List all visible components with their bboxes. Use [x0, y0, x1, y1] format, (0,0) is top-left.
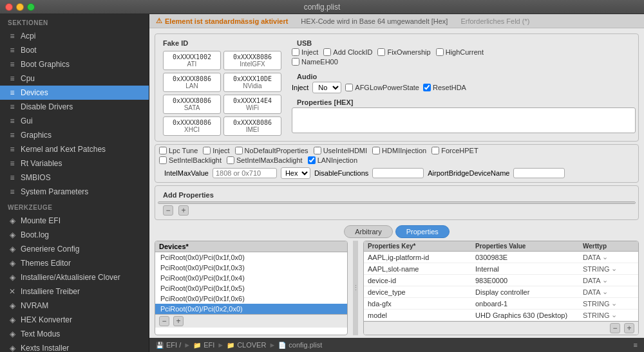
sidebar-item-boot-log[interactable]: ◈ Boot.log — [0, 228, 149, 242]
device-item[interactable]: PciRoot(0x0)/Pci(0x1f,0x6) — [155, 293, 347, 304]
sidebar-item-smbios[interactable]: ≡ SMBIOS — [0, 171, 149, 185]
add-row-button[interactable]: + — [178, 205, 189, 216]
usb-nameeh00-checkbox[interactable]: NameEH00 — [292, 58, 338, 66]
fake-id-intelgfx[interactable]: 0xXXXX8086 IntelGFX — [223, 51, 281, 70]
sidebar-item-label: Rt Variables — [21, 159, 62, 168]
hex-note: HEX-Code wird in Base 64 umgewandelt [He… — [301, 17, 448, 25]
sidebar-item-text-modus[interactable]: ◈ Text Modus — [0, 327, 149, 341]
props-row[interactable]: hda-gfx onboard-1 STRING ⌄ — [364, 298, 638, 310]
props-row[interactable]: AAPL,slot-name Internal STRING ⌄ — [364, 263, 638, 275]
sidebar-item-acpi[interactable]: ≡ Acpi — [0, 29, 149, 43]
tab-row: Arbitrary Properties — [155, 225, 639, 238]
useintelhdmi-checkbox[interactable]: UseIntelHDMI — [314, 147, 367, 154]
fake-id-imei[interactable]: 0xXXXX8086 IMEI — [223, 116, 281, 136]
hdmiinjection-checkbox[interactable]: HDMIInjection — [372, 147, 426, 154]
disablefunctions-input[interactable] — [372, 168, 424, 178]
gui-icon: ≡ — [8, 116, 17, 125]
devices-header: Devices* — [155, 241, 347, 252]
inject-select[interactable]: No 1 2 3 — [312, 82, 341, 93]
fake-id-ati[interactable]: 0xXXXX1002 ATI — [163, 51, 221, 70]
sidebar-item-devices[interactable]: ≡ Devices — [0, 86, 149, 100]
sidebar-item-boot-graphics[interactable]: ≡ Boot Graphics — [0, 57, 149, 71]
intel-row: IntelMaxValue Hex Dec DisableFunctions A… — [159, 166, 634, 180]
folder-icon1: 📁 — [193, 342, 201, 349]
audio-title: Audio — [292, 70, 636, 82]
sidebar-item-mounte-efi[interactable]: ◈ Mounte EFI — [0, 214, 149, 228]
setintelbacklight-checkbox[interactable]: SetIntelBacklight — [159, 156, 222, 164]
kexts-installer-icon: ◈ — [8, 344, 17, 352]
sidebar-item-installiere-clover[interactable]: ◈ Installiere/Aktualisiere Clover — [0, 270, 149, 284]
properties-hex-box[interactable] — [292, 107, 636, 133]
intelmax-input[interactable] — [213, 168, 277, 178]
nodefaultprops-checkbox[interactable]: NoDefaultProperties — [235, 147, 308, 154]
fake-id-section: Fake ID 0xXXXX1002 ATI 0xXXXX8086 IntelG… — [158, 37, 287, 138]
props-row[interactable]: device-id 983E0000 DATA ⌄ — [364, 275, 638, 286]
sidebar-item-installiere-treiber[interactable]: ✕ Installiere Treiber — [0, 284, 149, 299]
props-row[interactable]: AAPL,ig-platform-id 0300983E DATA ⌄ — [364, 252, 638, 263]
lpc-tune-checkbox[interactable]: Lpc Tune — [159, 147, 198, 154]
remove-row-button[interactable]: − — [163, 205, 173, 216]
sidebar-item-graphics[interactable]: ≡ Graphics — [0, 128, 149, 142]
divider-handle[interactable]: ⋮ — [353, 241, 358, 335]
maximize-button[interactable] — [27, 3, 35, 11]
device-item[interactable]: PciRoot(0x0)/Pci(0x1f,0x4) — [155, 273, 347, 283]
sidebar-item-themes-editor[interactable]: ◈ Themes Editor — [0, 256, 149, 270]
device-item[interactable]: PciRoot(0x0)/Pci(0x1f,0x0) — [155, 252, 347, 263]
sidebar-item-label: Mounte EFI — [21, 216, 61, 225]
sidebar-item-disable-drivers[interactable]: ≡ Disable Drivers — [0, 100, 149, 114]
usb-inject-checkbox[interactable]: Inject — [292, 48, 318, 56]
fake-id-nvidia[interactable]: 0xXXXX10DE NVidia — [223, 73, 281, 92]
sidebar-item-rt-variables[interactable]: ≡ Rt Variables — [0, 156, 149, 171]
tab-arbitrary[interactable]: Arbitrary — [344, 225, 393, 238]
tab-properties[interactable]: Properties — [395, 225, 450, 238]
add-prop-button[interactable]: + — [624, 323, 634, 333]
airportbridge-input[interactable] — [513, 168, 565, 178]
sidebar: SEKTIONEN ≡ Acpi ≡ Boot ≡ Boot Graphics … — [0, 14, 149, 352]
device-item-selected[interactable]: PciRoot(0x0)/Pci(0x2,0x0) — [155, 304, 347, 314]
sidebar-item-boot[interactable]: ≡ Boot — [0, 43, 149, 57]
device-item[interactable]: PciRoot(0x0)/Pci(0x1f,0x5) — [155, 283, 347, 293]
usb-addclockid-checkbox[interactable]: Add ClockID — [323, 48, 372, 56]
minimize-button[interactable] — [16, 3, 24, 11]
afglow-checkbox[interactable]: AFGLowPowerState — [345, 84, 419, 91]
resethda-checkbox[interactable]: ResetHDA — [423, 84, 466, 91]
hex-konverter-icon: ◈ — [8, 315, 17, 324]
sidebar-item-cpu[interactable]: ≡ Cpu — [0, 71, 149, 86]
breadcrumb-efi2: EFI — [204, 341, 214, 349]
fake-id-wifi[interactable]: 0xXXXX14E4 WiFi — [223, 95, 281, 114]
installiere-treiber-icon: ✕ — [8, 287, 17, 296]
lpc-inject-checkbox[interactable]: Inject — [203, 147, 229, 154]
sidebar-item-system-parameters[interactable]: ≡ System Parameters — [0, 185, 149, 199]
sidebar-item-nvram[interactable]: ◈ NVRAM — [0, 299, 149, 313]
usb-fixownership-checkbox[interactable]: FixOwnership — [377, 48, 430, 56]
device-item[interactable]: PciRoot(0x0)/Pci(0x1f,0x3) — [155, 263, 347, 273]
warning-message: ⚠ Element ist standardmässig aktiviert — [156, 17, 288, 25]
fake-id-lan[interactable]: 0xXXXX8086 LAN — [163, 73, 221, 92]
close-button[interactable] — [5, 3, 13, 11]
devices-icon: ≡ — [8, 88, 17, 97]
props-row[interactable]: model UHD Graphics 630 (Desktop) STRING … — [364, 310, 638, 321]
remove-device-button[interactable]: − — [159, 316, 169, 326]
sidebar-item-label: NVRAM — [21, 301, 48, 310]
usb-highcurrent-checkbox[interactable]: HighCurrent — [436, 48, 484, 56]
window-controls[interactable] — [5, 3, 35, 11]
fake-id-sata[interactable]: 0xXXXX8086 SATA — [163, 95, 221, 114]
laninjection-checkbox[interactable]: LANInjection — [308, 156, 357, 164]
properties-hex-section: Properties [HEX] — [292, 96, 636, 133]
sidebar-item-generiere-config[interactable]: ◈ Generiere Config — [0, 242, 149, 256]
sidebar-item-kernel-kext[interactable]: ≡ Kernel and Kext Patches — [0, 142, 149, 156]
intelmax-format-select[interactable]: Hex Dec — [281, 167, 310, 179]
fake-id-xhci[interactable]: 0xXXXX8086 XHCI — [163, 116, 221, 136]
sidebar-item-gui[interactable]: ≡ Gui — [0, 114, 149, 128]
add-device-button[interactable]: + — [173, 316, 184, 326]
setintelmaxbacklight-checkbox[interactable]: SetIntelMaxBacklight — [227, 156, 303, 164]
usb-section: USB Inject Add ClockID FixOwnership — [292, 37, 636, 68]
sidebar-item-kexts-installer[interactable]: ◈ Kexts Installer — [0, 341, 149, 352]
props-footer: − + — [364, 321, 638, 335]
fake-id-title: Fake ID — [158, 37, 287, 48]
props-row[interactable]: device_type Display controller DATA ⌄ — [364, 286, 638, 298]
remove-prop-button[interactable]: − — [610, 323, 620, 333]
themes-editor-icon: ◈ — [8, 259, 17, 268]
forcehpet-checkbox[interactable]: ForceHPET — [431, 147, 478, 154]
sidebar-item-hex-konverter[interactable]: ◈ HEX Konverter — [0, 313, 149, 327]
